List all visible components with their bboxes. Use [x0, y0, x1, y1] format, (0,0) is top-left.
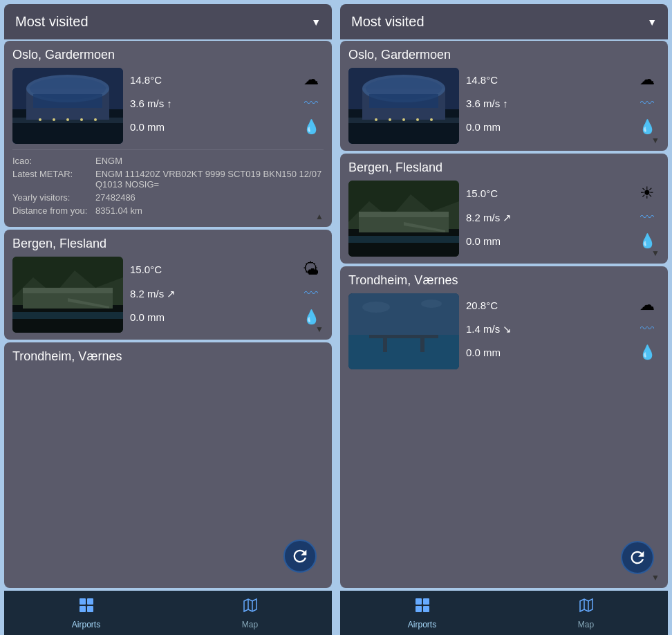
airports-icon-left — [78, 597, 95, 618]
map-icon-left — [242, 597, 259, 618]
oslo-details-left: Icao: ENGM Latest METAR: ENGM 111420Z VR… — [12, 149, 324, 216]
map-icon-right — [578, 597, 595, 618]
wind-row-bergen-right: 8.2 m/s ↗ 〰 — [466, 210, 660, 226]
svg-rect-55 — [423, 598, 429, 605]
trondheim-title-left: Trondheim, Værnes — [12, 349, 324, 364]
left-panel-title: Most visited — [15, 14, 88, 30]
temp-value-oslo-right: 14.8°C — [466, 74, 498, 86]
svg-marker-58 — [580, 599, 592, 611]
svg-rect-21 — [80, 606, 86, 612]
bergen-main-left: 15.0°C 🌤 8.2 m/s ↗ 〰 0.0 mm 💧 — [12, 257, 324, 333]
svg-point-36 — [416, 118, 419, 121]
svg-rect-16 — [23, 288, 113, 293]
airports-label-right: Airports — [408, 620, 436, 629]
visitors-label: Yearly visitors: — [12, 192, 95, 203]
bergen-title-left: Bergen, Flesland — [12, 237, 324, 251]
svg-point-53 — [421, 300, 442, 308]
icao-label: Icao: — [12, 156, 95, 166]
temp-value-bergen-left: 15.0°C — [130, 264, 162, 275]
temp-value-trondheim-right: 20.8°C — [466, 300, 498, 311]
oslo-expand-right[interactable]: ▼ — [651, 136, 660, 145]
svg-point-8 — [53, 118, 55, 121]
wind-row-trondheim-right: 1.4 m/s ↘ 〰 — [466, 321, 660, 337]
svg-rect-22 — [87, 606, 93, 612]
svg-point-37 — [430, 118, 433, 121]
bergen-title-right: Bergen, Flesland — [348, 160, 660, 175]
map-label-left: Map — [242, 620, 258, 629]
oslo-weather-left: 14.8°C ☁ 3.6 m/s ↑ 〰 0.0 mm 💧 — [130, 68, 324, 135]
refresh-icon-left — [290, 546, 310, 566]
svg-rect-20 — [87, 598, 93, 605]
bergen-expand-right[interactable]: ▼ — [651, 248, 660, 258]
temp-row-oslo-right: 14.8°C ☁ — [466, 71, 660, 89]
oslo-card-right[interactable]: Oslo, Gardermoen — [340, 41, 668, 151]
temp-value-bergen-right: 15.0°C — [466, 187, 498, 199]
cloud-icon-trondheim-right: ☁ — [635, 296, 660, 314]
bergen-image-right — [348, 181, 459, 257]
distance-label: Distance from you: — [12, 205, 95, 216]
svg-rect-57 — [423, 606, 429, 612]
refresh-icon-right — [628, 548, 647, 567]
wind-icon-bergen-right: 〰 — [635, 210, 660, 226]
bergen-card-left[interactable]: Bergen, Flesland — [4, 230, 332, 340]
svg-point-11 — [94, 118, 97, 121]
bergen-main-right: 15.0°C ☀ 8.2 m/s ↗ 〰 0.0 mm 💧 — [348, 181, 660, 257]
rain-icon-bergen-left: 💧 — [299, 309, 324, 325]
wind-value-oslo-left: 3.6 m/s ↑ — [130, 98, 172, 109]
bergen-expand-left[interactable]: ▼ — [315, 324, 324, 334]
oslo-expand-left[interactable]: ▲ — [315, 212, 324, 221]
rain-icon-trondheim-right: 💧 — [635, 344, 660, 360]
oslo-main-left: 14.8°C ☁ 3.6 m/s ↑ 〰 0.0 mm 💧 — [12, 68, 324, 144]
rain-row-bergen-left: 0.0 mm 💧 — [130, 309, 324, 325]
bergen-card-right[interactable]: Bergen, Flesland — [340, 154, 668, 264]
trondheim-card-right[interactable]: Trondheim, Værnes — [340, 266, 668, 588]
svg-rect-6 — [33, 94, 102, 108]
temp-row-oslo-left: 14.8°C ☁ — [130, 71, 324, 89]
rain-icon-bergen-right: 💧 — [635, 232, 660, 249]
svg-point-33 — [375, 118, 377, 121]
right-panel: Most visited ▼ Oslo, Gardermoen — [336, 0, 672, 635]
trondheim-card-left[interactable]: Trondheim, Værnes — [4, 342, 332, 588]
oslo-image-right — [348, 68, 459, 144]
map-nav-left[interactable]: Map — [168, 591, 332, 635]
airports-label-left: Airports — [72, 620, 100, 629]
svg-point-52 — [362, 302, 390, 313]
svg-rect-17 — [12, 312, 123, 319]
map-nav-right[interactable]: Map — [504, 591, 668, 635]
wind-value-bergen-left: 8.2 m/s ↗ — [130, 288, 176, 300]
trondheim-expand-right[interactable]: ▼ — [651, 573, 660, 582]
svg-rect-19 — [80, 598, 86, 605]
left-panel-header[interactable]: Most visited ▼ — [4, 4, 332, 39]
cloud-icon-oslo-right: ☁ — [635, 71, 660, 89]
right-bottom-nav: Airports Map — [340, 591, 668, 635]
visitors-row: Yearly visitors: 27482486 — [12, 192, 324, 203]
icao-value: ENGM — [95, 156, 324, 166]
right-cards-container: Oslo, Gardermoen — [340, 41, 668, 588]
sun-icon-bergen-left: 🌤 — [299, 259, 324, 279]
oslo-title-left: Oslo, Gardermoen — [12, 48, 324, 62]
right-panel-header[interactable]: Most visited ▼ — [340, 4, 668, 39]
svg-point-9 — [66, 118, 69, 121]
rain-value-oslo-left: 0.0 mm — [130, 121, 165, 133]
trondheim-weather-right: 20.8°C ☁ 1.4 m/s ↘ 〰 0.0 mm 💧 — [466, 293, 660, 360]
svg-point-10 — [80, 118, 83, 121]
svg-rect-43 — [348, 236, 459, 243]
left-cards-container: Oslo, Gardermoen — [4, 41, 332, 588]
oslo-card-left[interactable]: Oslo, Gardermoen — [4, 41, 332, 227]
svg-rect-54 — [416, 598, 422, 605]
rain-row-oslo-right: 0.0 mm 💧 — [466, 118, 660, 135]
wind-icon-oslo-right: 〰 — [635, 95, 660, 111]
rain-icon-oslo-left: 💧 — [299, 118, 324, 135]
rain-value-trondheim-right: 0.0 mm — [466, 347, 501, 358]
svg-point-7 — [39, 118, 41, 121]
right-panel-title: Most visited — [351, 14, 424, 30]
temp-row-bergen-left: 15.0°C 🌤 — [130, 259, 324, 279]
rain-icon-oslo-right: 💧 — [635, 118, 660, 135]
airports-nav-right[interactable]: Airports — [340, 591, 504, 635]
rain-value-bergen-left: 0.0 mm — [130, 311, 165, 323]
metar-row: Latest METAR: ENGM 111420Z VRB02KT 9999 … — [12, 169, 324, 190]
airports-nav-left[interactable]: Airports — [4, 591, 168, 635]
left-panel-arrow: ▼ — [311, 17, 321, 28]
wind-value-oslo-right: 3.6 m/s ↑ — [466, 98, 508, 109]
bergen-image-left — [12, 257, 123, 333]
